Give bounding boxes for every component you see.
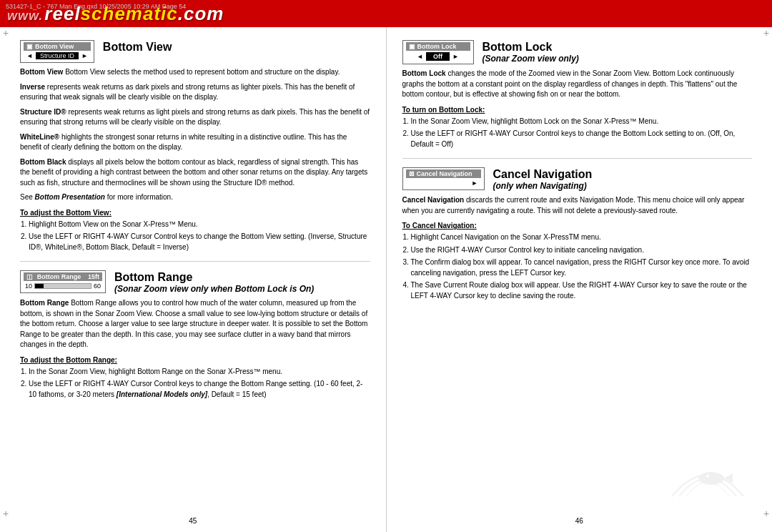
bottom-lock-section-header: ▣ Bottom Lock ◄ Off ► Bottom Lock (Sonar… [402, 40, 753, 64]
section-divider-1 [20, 261, 370, 262]
bottom-lock-icon: ▣ [409, 43, 415, 50]
page-number-right: 46 [575, 517, 583, 525]
file-info: 531427-1_C - 767 Man Eng.qxd 10/25/2005 … [6, 3, 186, 10]
cancel-nav-title: Cancel Navigation [493, 167, 593, 181]
cancel-nav-subtitle: (only when Navigating) [493, 181, 593, 191]
bottom-range-value: 15ft [88, 273, 99, 280]
bottom-range-section-header: ◫ Bottom Range 15ft 10 60 Bottom Range (… [20, 270, 370, 294]
cancel-nav-widget: ⊠ Cancel Navigation ► [402, 167, 485, 190]
bottom-range-step-2: Use the LEFT or RIGHT 4-WAY Cursor Contr… [29, 379, 370, 400]
bottom-range-title-area: Bottom Range (Sonar Zoom view only when … [114, 270, 314, 294]
bottom-view-seealso: See Bottom Presentation for more informa… [20, 192, 370, 203]
cancel-nav-desc: Cancel Navigation discards the current r… [402, 195, 753, 216]
bottom-range-widget-title: ◫ Bottom Range 15ft [24, 272, 102, 281]
bottom-range-subtitle: (Sonar Zoom view only when Bottom Lock i… [114, 284, 314, 294]
bottom-range-instructions-header: To adjust the Bottom Range: [20, 356, 370, 364]
bottom-view-title-area: Bottom View [103, 40, 172, 54]
bottom-lock-title: Bottom Lock [482, 40, 579, 54]
right-arrow-icon[interactable]: ► [81, 52, 88, 59]
range-slider-track[interactable] [34, 283, 91, 289]
bottom-range-widget: ◫ Bottom Range 15ft 10 60 [20, 270, 106, 293]
bottom-range-step-1: In the Sonar Zoom View, highlight Bottom… [29, 367, 370, 378]
cancel-nav-title-area: Cancel Navigation (only when Navigating) [493, 167, 593, 191]
bottom-range-title: Bottom Range [114, 270, 314, 284]
cancel-nav-step-3: The Confirm dialog box will appear. To c… [411, 257, 753, 278]
bottom-lock-widget-row: ◄ Off ► [406, 51, 470, 62]
bottom-view-bottomblack: Bottom Black displays all pixels below t… [20, 157, 370, 189]
page-left: ▣ Bottom View ◄ Structure ID ► Bottom Vi… [0, 27, 387, 532]
sonar-watermark [665, 439, 751, 503]
bottom-view-inverse: Inverse represents weak returns as dark … [20, 82, 370, 103]
bottom-lock-right-arrow[interactable]: ► [452, 53, 459, 60]
cancel-nav-step-2: Use the RIGHT 4-WAY Cursor Control key t… [411, 245, 753, 256]
bottom-view-icon: ▣ [26, 43, 33, 50]
bottom-lock-instructions-list: In the Sonar Zoom View, highlight Bottom… [411, 117, 753, 150]
cancel-nav-arrow[interactable]: ► [472, 179, 478, 187]
bottom-view-structureid: Structure ID® represents weak returns as… [20, 107, 370, 128]
reg-mark-tr [761, 27, 772, 39]
reg-mark-br [761, 508, 772, 519]
cancel-nav-widget-row: ► [406, 178, 481, 188]
bottom-lock-title-area: Bottom Lock (Sonar Zoom view only) [482, 40, 579, 64]
svg-point-0 [698, 472, 724, 485]
range-max: 60 [94, 282, 101, 290]
bottom-view-step-1: Highlight Bottom View on the Sonar X-Pre… [29, 220, 370, 230]
bottom-view-value: Structure ID [36, 52, 79, 59]
bottom-range-desc: Bottom Range Bottom Range allows you to … [20, 298, 370, 350]
page-number-left: 45 [189, 517, 197, 525]
bottom-lock-instructions-header: To turn on Bottom Lock: [402, 106, 753, 114]
page-right: ▣ Bottom Lock ◄ Off ► Bottom Lock (Sonar… [387, 27, 773, 532]
bottom-view-instructions-list: Highlight Bottom View on the Sonar X-Pre… [29, 220, 370, 253]
bottom-lock-widget-title: ▣ Bottom Lock [406, 42, 470, 51]
bottom-range-instructions-list: In the Sonar Zoom View, highlight Bottom… [29, 367, 370, 400]
range-min: 10 [25, 282, 32, 290]
bottom-lock-value: Off [426, 52, 450, 61]
cancel-nav-instructions-list: Highlight Cancel Navigation on the Sonar… [411, 232, 753, 301]
bottom-lock-step-2: Use the LEFT or RIGHT 4-WAY Cursor Contr… [411, 129, 753, 149]
reg-mark-bl [0, 508, 11, 519]
range-slider-fill [35, 284, 44, 288]
bottom-view-whiteline: WhiteLine® highlights the strongest sona… [20, 132, 370, 153]
bottom-view-widget: ▣ Bottom View ◄ Structure ID ► [20, 40, 94, 63]
main-content: ▣ Bottom View ◄ Structure ID ► Bottom Vi… [0, 27, 772, 532]
svg-point-2 [706, 475, 709, 478]
cancel-nav-section-header: ⊠ Cancel Navigation ► Cancel Navigation … [402, 167, 753, 191]
bottom-range-bar: 10 60 [24, 281, 102, 291]
bottom-view-widget-title: ▣ Bottom View [24, 42, 91, 51]
bottom-view-title: Bottom View [103, 40, 172, 54]
cancel-nav-widget-title: ⊠ Cancel Navigation [406, 169, 481, 178]
bottom-lock-desc: Bottom Lock changes the mode of the Zoom… [402, 69, 753, 100]
cancel-nav-icon: ⊠ [409, 170, 415, 177]
cancel-nav-instructions-header: To Cancel Navigation: [402, 222, 753, 230]
left-arrow-icon[interactable]: ◄ [26, 52, 33, 59]
cancel-nav-step-4: The Save Current Route dialog box will a… [411, 280, 753, 301]
header-bar: 531427-1_C - 767 Man Eng.qxd 10/25/2005 … [0, 0, 772, 27]
bottom-view-step-2: Use the LEFT or RIGHT 4-WAY Cursor Contr… [29, 232, 370, 252]
bottom-view-desc: Bottom View Bottom View selects the meth… [20, 67, 370, 78]
bottom-lock-left-arrow[interactable]: ◄ [417, 53, 423, 60]
section-divider-2 [402, 158, 753, 159]
bottom-view-instructions-header: To adjust the Bottom View: [20, 209, 370, 217]
bottom-view-widget-row: ◄ Structure ID ► [24, 51, 91, 61]
bottom-view-section-header: ▣ Bottom View ◄ Structure ID ► Bottom Vi… [20, 40, 370, 63]
bottom-lock-widget: ▣ Bottom Lock ◄ Off ► [402, 40, 474, 64]
cancel-nav-step-1: Highlight Cancel Navigation on the Sonar… [411, 232, 753, 243]
bottom-lock-subtitle: (Sonar Zoom view only) [482, 54, 579, 64]
bottom-lock-step-1: In the Sonar Zoom View, highlight Bottom… [411, 117, 753, 127]
bottom-range-icon: ◫ [26, 273, 33, 280]
reg-mark-tl [0, 27, 11, 39]
